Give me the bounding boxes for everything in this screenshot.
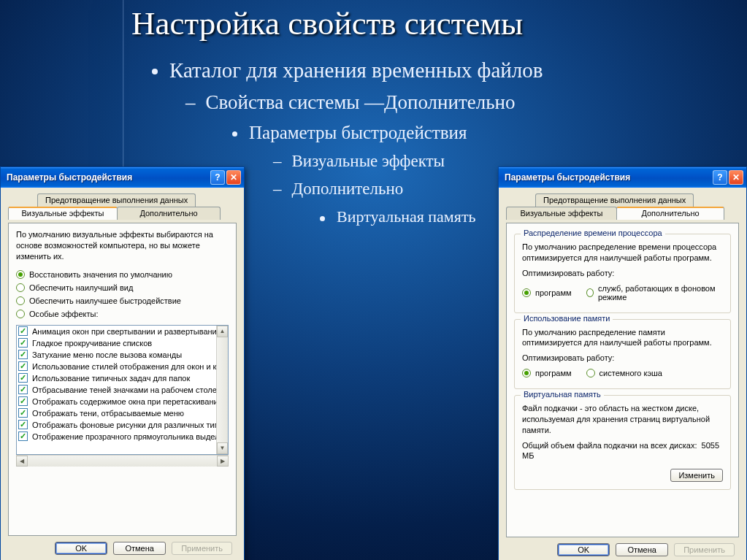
group-memory-usage: Использование памяти По умолчанию распре… xyxy=(514,319,731,390)
list-item[interactable]: Использование типичных задач для папок xyxy=(17,372,216,384)
radio-cpu-programs[interactable]: программ xyxy=(522,286,572,299)
radio-best-performance[interactable]: Обеспечить наилучшее быстродействие xyxy=(16,294,229,307)
ok-button[interactable]: OK xyxy=(557,543,610,556)
tab-dep[interactable]: Предотвращение выполнения данных xyxy=(535,193,694,207)
radio-restore-defaults[interactable]: Восстановить значения по умолчанию xyxy=(16,268,229,281)
list-item[interactable]: Отображать содержимое окна при перетаски… xyxy=(17,396,216,407)
radio-cpu-services[interactable]: служб, работающих в фоновом режиме xyxy=(586,282,723,304)
list-item[interactable]: Отбрасывание теней значками на рабочем с… xyxy=(17,384,216,396)
titlebar[interactable]: Параметры быстродействия ? ✕ xyxy=(499,167,746,188)
radio-best-appearance[interactable]: Обеспечить наилучший вид xyxy=(16,281,229,294)
outline-l3: Параметры быстродействия xyxy=(249,123,467,143)
list-item[interactable]: Гладкое прокручивание списков xyxy=(17,337,216,349)
tab-advanced[interactable]: Дополнительно xyxy=(616,207,724,220)
group-cpu-scheduling: Распределение времени процессора По умол… xyxy=(514,234,731,313)
list-item[interactable]: Анимация окон при свертывании и разверты… xyxy=(17,326,216,337)
apply-button: Применить xyxy=(172,542,232,555)
change-button[interactable]: Изменить xyxy=(670,469,723,482)
radio-mem-cache[interactable]: системного кэша xyxy=(586,367,662,380)
outline-l4a: Визуальные эффекты xyxy=(292,152,445,171)
cancel-button[interactable]: Отмена xyxy=(113,542,166,555)
tab-advanced[interactable]: Дополнительно xyxy=(117,207,221,220)
dialog-visual-effects: Параметры быстродействия ? ✕ Предотвраще… xyxy=(0,166,245,560)
outline-l1: Каталог для хранения временных файлов xyxy=(169,58,543,83)
help-button[interactable]: ? xyxy=(210,170,225,185)
group-legend: Виртуальная память xyxy=(521,390,604,399)
list-item[interactable]: Отображать тени, отбрасываемые меню xyxy=(17,407,216,419)
scroll-left-icon[interactable]: ◀ xyxy=(16,456,28,467)
list-item[interactable]: Отображение прозрачного прямоугольника в… xyxy=(17,431,216,442)
group-virtual-memory: Виртуальная память Файл подкачки - это о… xyxy=(514,395,731,490)
visual-effects-desc: По умолчанию визуальные эффекты выбирают… xyxy=(16,229,229,262)
dialog-advanced: Параметры быстродействия ? ✕ Предотвраще… xyxy=(498,166,747,560)
list-item[interactable]: Отображать фоновые рисунки для различных… xyxy=(17,419,216,431)
titlebar[interactable]: Параметры быстродействия ? ✕ xyxy=(1,167,244,188)
visual-effects-list[interactable]: Анимация окон при свертывании и разверты… xyxy=(16,325,229,455)
vertical-scrollbar[interactable]: ▲ ▼ xyxy=(216,326,228,454)
group-legend: Использование памяти xyxy=(521,314,613,323)
tab-visual-effects[interactable]: Визуальные эффекты xyxy=(506,207,617,220)
tab-visual-effects[interactable]: Визуальные эффекты xyxy=(8,207,118,220)
dialog-title: Параметры быстродействия xyxy=(505,172,630,183)
outline-l5: Виртуальная память xyxy=(337,207,476,226)
close-button[interactable]: ✕ xyxy=(226,170,241,185)
outline-l4b: Дополнительно xyxy=(292,180,404,199)
radio-mem-programs[interactable]: программ xyxy=(522,367,572,380)
ok-button[interactable]: OK xyxy=(55,542,107,555)
apply-button: Применить xyxy=(674,543,735,556)
scroll-up-icon[interactable]: ▲ xyxy=(217,326,228,337)
scroll-right-icon[interactable]: ▶ xyxy=(217,456,229,467)
horizontal-scrollbar[interactable]: ◀ ▶ xyxy=(16,455,229,467)
mem-optimize-label: Оптимизировать работу: xyxy=(522,353,723,364)
mem-desc: По умолчанию распределение памяти оптими… xyxy=(522,327,723,349)
radio-custom[interactable]: Особые эффекты: xyxy=(16,307,229,321)
list-item[interactable]: Использование стилей отображения для око… xyxy=(17,361,216,372)
outline-l2: Свойства системы —Дополнительно xyxy=(206,91,516,114)
cancel-button[interactable]: Отмена xyxy=(616,543,668,556)
cpu-desc: По умолчанию распределение времени проце… xyxy=(522,242,723,264)
close-button[interactable]: ✕ xyxy=(729,170,743,185)
list-item[interactable]: Затухание меню после вызова команды xyxy=(17,349,216,361)
cpu-optimize-label: Оптимизировать работу: xyxy=(522,268,723,279)
tab-dep[interactable]: Предотвращение выполнения данных xyxy=(37,193,196,207)
slide-title: Настройка свойств системы xyxy=(131,4,523,42)
vm-total: Общий объем файла подкачки на всех диска… xyxy=(522,440,723,462)
help-button[interactable]: ? xyxy=(713,170,727,185)
vm-desc: Файл подкачки - это область на жестком д… xyxy=(522,403,723,436)
scroll-down-icon[interactable]: ▼ xyxy=(217,442,228,454)
group-legend: Распределение времени процессора xyxy=(521,229,665,237)
dialog-title: Параметры быстродействия xyxy=(7,172,132,183)
